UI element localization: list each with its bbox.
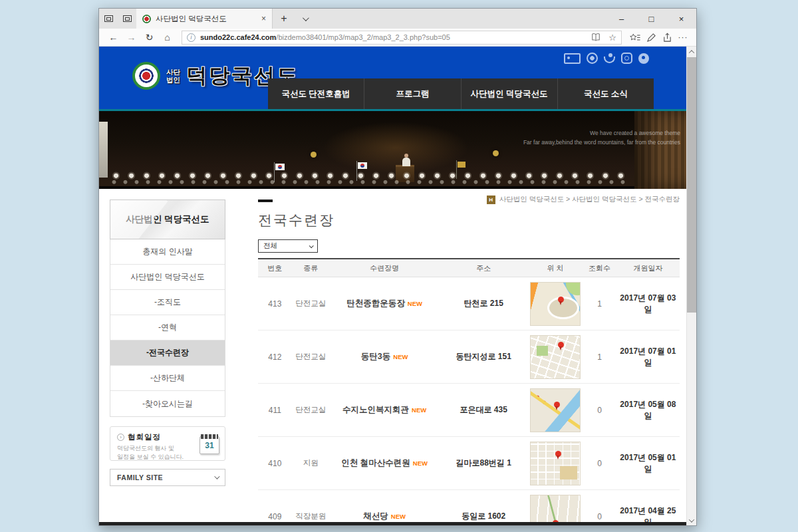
center-name[interactable]: 동탄3동 <box>361 352 390 361</box>
audience <box>108 171 630 187</box>
social-links <box>564 53 649 64</box>
map-thumbnail[interactable] <box>530 442 581 485</box>
map-pin-icon <box>555 451 561 457</box>
hero-banner: We have created a awesome theme Far far … <box>99 111 686 189</box>
tab-close-icon[interactable]: × <box>261 14 266 23</box>
schedule-widget[interactable]: › 협회일정 덕당국선도의 행사 및 일정을 보실 수 있습니다. 31 <box>110 426 225 461</box>
sidebar-item-directions[interactable]: -찾아오시는길 <box>110 391 225 416</box>
sidebar-item-history[interactable]: -연혁 <box>110 315 225 340</box>
centers-table: 번호 종류 수련장명 주소 위 치 조회수 개원일자 413 단전교실 탄천종합… <box>258 258 680 525</box>
favorites-hub-icon[interactable] <box>627 33 643 43</box>
set-tabs-aside-icon[interactable] <box>118 9 136 29</box>
scroll-up-icon[interactable] <box>687 47 696 57</box>
table-row[interactable]: 411 단전교실 수지노인복지회관NEW 포은대로 435 0 2017년 05… <box>258 384 680 437</box>
calendar-day: 31 <box>200 436 219 454</box>
close-button[interactable]: × <box>666 9 696 29</box>
gallery-icon[interactable] <box>564 53 581 64</box>
url-text: sundo22c.cafe24.com/bizdemo38401/mp3/map… <box>200 33 583 41</box>
stage-emblem <box>311 152 317 158</box>
sidebar-menu: 총재의 인사말 사단법인 덕당국선도 -조직도 -연혁 -전국수련장 -산하단체… <box>110 239 225 417</box>
org-emblem-icon <box>132 62 160 90</box>
center-name[interactable]: 인천 철마산수련원 <box>341 458 410 467</box>
tab-preview-icon[interactable] <box>99 9 118 29</box>
address-bar: ← → ↻ ⌂ i sundo22c.cafe24.com/bizdemo384… <box>99 29 696 47</box>
title-dash <box>258 200 273 202</box>
scroll-down-icon[interactable] <box>687 515 696 525</box>
sidebar-item-greeting[interactable]: 총재의 인사말 <box>110 239 225 265</box>
center-name[interactable]: 채선당 <box>363 511 388 521</box>
url-field[interactable]: i sundo22c.cafe24.com/bizdemo38401/mp3/m… <box>182 31 622 45</box>
map-thumbnail[interactable] <box>530 388 581 432</box>
badge-icon[interactable] <box>587 53 598 64</box>
new-badge: NEW <box>391 513 406 520</box>
add-favorite-icon[interactable]: ☆ <box>608 33 616 43</box>
category-filter-select[interactable]: 전체 <box>258 239 318 253</box>
url-path: /bizdemo38401/mp3/map3_2/map3_2_3.php?su… <box>276 33 450 41</box>
map-pin-icon <box>554 402 560 408</box>
nav-item-news[interactable]: 국선도 소식 <box>557 78 654 109</box>
map-pin-icon <box>558 297 564 303</box>
annotate-pen-icon[interactable] <box>643 33 659 43</box>
tab-title: 사단법인 덕당국선도 <box>156 14 257 24</box>
table-header: 번호 종류 수련장명 주소 위 치 조회수 개원일자 <box>258 259 680 277</box>
org-flag <box>458 162 466 168</box>
scrollbar-thumb[interactable] <box>687 57 696 313</box>
sidebar-item-org[interactable]: 사단법인 덕당국선도 <box>110 265 225 290</box>
family-site-select[interactable]: FAMILY SITE <box>110 469 225 486</box>
blog-icon[interactable] <box>638 53 649 64</box>
center-name[interactable]: 수지노인복지회관 <box>342 405 409 414</box>
table-row[interactable]: 413 단전교실 탄천종합운동장NEW 탄천로 215 1 2017년 07월 … <box>258 277 680 331</box>
site-favicon <box>142 15 151 23</box>
sidebar-item-affiliates[interactable]: -산하단체 <box>110 366 225 391</box>
table-row[interactable]: 409 직장분원 채선당NEW 동일로 1602 0 2017년 04월 25일 <box>258 490 680 525</box>
speaker <box>402 158 410 166</box>
schedule-title: 협회일정 <box>128 432 161 442</box>
nav-item-breathing[interactable]: 국선도 단전호흡법 <box>268 78 364 109</box>
arrow-right-icon: › <box>117 434 124 441</box>
forward-button[interactable]: → <box>122 32 140 43</box>
browser-window: 사단법인 덕당국선도 × + – □ × ← → ↻ ⌂ i sundo22c.… <box>98 8 697 526</box>
hands-icon[interactable] <box>604 57 615 63</box>
site-info-icon[interactable]: i <box>187 33 196 42</box>
page-title: 전국수련장 <box>258 211 680 229</box>
maximize-button[interactable]: □ <box>636 9 666 29</box>
map-thumbnail[interactable] <box>530 335 581 379</box>
new-badge: NEW <box>413 460 428 467</box>
main-nav: 국선도 단전호흡법 프로그램 사단법인 덕당국선도 국선도 소식 <box>268 78 654 109</box>
map-thumbnail[interactable] <box>530 495 581 526</box>
browser-tab[interactable]: 사단법인 덕당국선도 × <box>136 9 273 29</box>
instagram-icon[interactable] <box>621 53 632 64</box>
tab-list-dropdown[interactable] <box>295 9 314 29</box>
family-site-label: FAMILY SITE <box>117 473 163 481</box>
page-scrollbar[interactable] <box>686 47 696 525</box>
chevron-down-icon <box>302 15 309 21</box>
chevron-down-icon <box>309 243 314 248</box>
map-pin-icon <box>558 342 564 348</box>
nav-item-org[interactable]: 사단법인 덕당국선도 <box>461 78 557 109</box>
minimize-button[interactable]: – <box>606 9 636 29</box>
site-header: 사단 법인 덕당국선도 국선도 단전호흡법 프로그램 사단법인 덕당국선도 <box>99 47 686 109</box>
nav-item-program[interactable]: 프로그램 <box>364 78 460 109</box>
calendar-icon: 31 <box>200 434 219 454</box>
reading-view-icon[interactable] <box>588 33 604 42</box>
web-page: 사단 법인 덕당국선도 국선도 단전호흡법 프로그램 사단법인 덕당국선도 <box>99 47 696 525</box>
new-tab-button[interactable]: + <box>273 9 295 29</box>
new-badge: NEW <box>408 300 422 307</box>
sidebar-item-orgchart[interactable]: -조직도 <box>110 290 225 315</box>
home-button[interactable]: ⌂ <box>158 32 176 43</box>
content-area: 전국수련장 전체 번호 종류 수련장명 주소 위 치 조회수 <box>258 200 680 525</box>
more-menu-icon[interactable]: ··· <box>675 33 691 42</box>
sidebar-item-centers[interactable]: -전국수련장 <box>110 340 225 366</box>
table-row[interactable]: 412 단전교실 동탄3동NEW 동탄지성로 151 1 2017년 07월 0… <box>258 331 680 384</box>
back-button[interactable]: ← <box>104 32 122 43</box>
share-icon[interactable] <box>659 33 675 43</box>
sidebar-title: 사단법인 덕당국선도 <box>110 200 225 239</box>
center-name[interactable]: 탄천종합운동장 <box>346 299 405 308</box>
main-content: H 사단법인 덕당국선도 > 사단법인 덕당국선도 > 전국수련장 사단법인 덕… <box>99 189 686 525</box>
refresh-button[interactable]: ↻ <box>140 32 158 43</box>
footer-edge <box>99 522 686 525</box>
map-thumbnail[interactable] <box>530 282 581 326</box>
table-row[interactable]: 410 지원 인천 철마산수련원NEW 길마로88번길 1 0 2017년 05… <box>258 437 680 490</box>
chevron-down-icon <box>214 473 219 479</box>
korean-flag <box>275 164 285 170</box>
